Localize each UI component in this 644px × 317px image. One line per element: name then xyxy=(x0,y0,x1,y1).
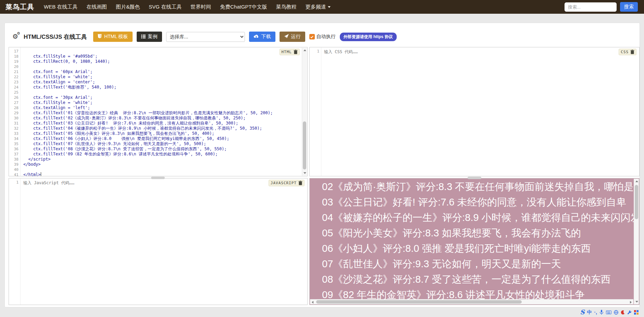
scrollbar-thumb[interactable] xyxy=(316,300,522,304)
code-line: ctx.font = '30px Arial'; xyxy=(23,95,301,100)
page-title: HTML/CSS/JS 在线工具 xyxy=(24,33,87,41)
scroll-down-arrow[interactable] xyxy=(302,171,307,176)
html-editor-pane[interactable]: HTML 17181920212223242526272829303132333… xyxy=(9,47,308,176)
html-code[interactable]: ctx.fillStyle = '#a095bd'; ctx.fillRect(… xyxy=(23,49,301,176)
code-line: ctx.fillText('01《穿普拉达的女王》经典 评分:8.2\n 一部职… xyxy=(23,110,301,116)
nav-item-0[interactable]: WEB 在线工具 xyxy=(44,4,77,10)
nav-search: 搜索 xyxy=(565,2,638,12)
nav-item-7[interactable]: 更多频道 xyxy=(306,4,331,10)
wrench-icon[interactable] xyxy=(627,310,632,315)
run-button[interactable]: 运行 xyxy=(280,32,305,42)
ime-language-toggle[interactable]: 中 xyxy=(587,309,592,316)
list-icon xyxy=(141,34,146,39)
toolbar: ⚙⚙ HTML/CSS/JS 在线工具 HTML 模板 案例 选择库... 下载 xyxy=(13,31,397,42)
nav-item-2[interactable]: 图片&颜色 xyxy=(116,4,140,10)
nav-item-3[interactable]: SVG 在线工具 xyxy=(149,4,182,10)
ime-punctuation-toggle[interactable]: ·, xyxy=(594,309,597,316)
caret-down-icon xyxy=(328,6,331,8)
globe-icon[interactable] xyxy=(614,310,618,315)
ime-bar: S 中 ·, xyxy=(580,308,639,316)
https-protocol-badge: 外部资源请使用 https 协议 xyxy=(340,33,397,41)
trash-icon[interactable] xyxy=(294,50,298,54)
preview-text-line: 09《82 年生的金智英》评分:8.6 讲述平凡女性的处境和斗争 xyxy=(310,287,634,299)
preview-horizontal-scrollbar[interactable] xyxy=(310,299,633,304)
preview-vertical-scrollbar[interactable] xyxy=(634,179,639,304)
search-button[interactable]: 搜索 xyxy=(620,2,638,12)
code-line: ctx.fillText('03《公主日记》好看! 评分:7.6\n 未经你的同… xyxy=(23,121,301,126)
nav-item-5[interactable]: 免费ChatGPT中文版 xyxy=(220,4,267,10)
code-line: ctx.fillRect(0, 0, 1080, 1440); xyxy=(23,59,301,64)
grid-menu-icon[interactable] xyxy=(634,310,639,315)
moon-icon[interactable] xyxy=(621,310,625,315)
css-pane-chip: CSS xyxy=(619,49,636,55)
preview-text-line: 03《公主日记》好看! 评分:7.6 未经你的同意，没有人能让你感到自卑 xyxy=(310,195,634,210)
code-line: </html> xyxy=(23,172,301,176)
splitter-handle[interactable] xyxy=(468,177,481,179)
microphone-icon[interactable] xyxy=(599,310,604,315)
css-editor-pane[interactable]: CSS 1 输入 CSS 代码…… xyxy=(309,47,640,176)
scroll-up-arrow[interactable] xyxy=(634,179,639,184)
code-line: ctx.fillText('08《沙漠之花》评分:8.7\n 受了这些苦，一定是… xyxy=(23,146,301,152)
scroll-down-arrow[interactable] xyxy=(634,299,639,304)
site-logo[interactable]: 菜鸟工具 xyxy=(5,2,34,12)
top-navbar: 菜鸟工具 WEB 在线工具在线画图图片&颜色SVG 在线工具世界时间免费Chat… xyxy=(0,0,644,14)
code-line: ctx.font = '60px Arial'; xyxy=(23,69,301,74)
scrollbar-thumb[interactable] xyxy=(635,185,638,219)
css-placeholder: 输入 CSS 代码…… xyxy=(324,49,358,55)
code-line: ctx.fillText('05《阳光小美女》评分:8.3\n 如果我想要飞，我… xyxy=(23,131,301,136)
css-line-number: 1 xyxy=(310,49,319,54)
search-input[interactable] xyxy=(565,2,617,12)
html-template-button[interactable]: HTML 模板 xyxy=(93,32,132,42)
editor-panel: ⚙⚙ HTML/CSS/JS 在线工具 HTML 模板 案例 选择库... 下载 xyxy=(4,23,640,307)
sogou-logo-icon[interactable]: S xyxy=(580,309,584,316)
html-line-numbers: 1718192021222324252627282930313233343536… xyxy=(9,47,21,176)
examples-button[interactable]: 案例 xyxy=(137,32,162,42)
splitter-handle[interactable] xyxy=(151,177,165,179)
css-pane-label: CSS xyxy=(621,50,629,54)
cloud-download-icon xyxy=(253,34,259,39)
code-line: ctx.fillText('09《82 年生的金智英》评分:8.6\n 讲述平凡… xyxy=(23,152,301,157)
trash-icon[interactable] xyxy=(630,50,634,54)
nav-item-6[interactable]: 菜鸟教程 xyxy=(276,4,297,10)
preview-text-line: 08《沙漠之花》评分:8.7 受了这些苦，一定是为了什么值得的东西 xyxy=(310,272,634,287)
code-line: ctx.textAlign = 'left'; xyxy=(23,105,301,110)
code-line: ctx.fillStyle = 'white'; xyxy=(23,74,301,80)
html5-shield-icon xyxy=(98,34,102,39)
auto-run-checkbox[interactable] xyxy=(309,34,315,39)
code-line: ctx.fillText('电影推荐', 540, 100); xyxy=(23,85,301,90)
scroll-up-arrow[interactable] xyxy=(302,48,307,53)
tool-title: ⚙⚙ HTML/CSS/JS 在线工具 xyxy=(13,33,87,41)
html-pane-label: HTML xyxy=(282,50,292,54)
auto-run-group: 自动执行 xyxy=(309,34,336,40)
trash-icon[interactable] xyxy=(298,181,302,185)
js-placeholder: 输入 JavaScript 代码…… xyxy=(23,180,74,186)
code-line: ctx.fillText('07《乱世佳人》评分:9.3\n 无论如何，明天又是… xyxy=(23,141,301,146)
code-line: </body> xyxy=(23,162,301,167)
keyboard-icon[interactable] xyxy=(606,310,611,314)
js-line-number: 1 xyxy=(9,180,18,185)
code-line: ctx.fillStyle = 'white'; xyxy=(23,100,301,105)
preview-canvas: 02《成为简·奥斯汀》评分:8.3 不要在任何事物面前迷失掉自我，哪怕是教条03… xyxy=(310,178,634,299)
scroll-left-arrow[interactable] xyxy=(310,300,315,305)
preview-pane: 02《成为简·奥斯汀》评分:8.3 不要在任何事物面前迷失掉自我，哪怕是教条03… xyxy=(309,178,640,305)
preview-text-line: 06《小妇人》评分:8.0 强推 爱是我们死亡时唯yi能带走的东西 xyxy=(310,241,634,256)
preview-text-line: 05《阳光小美女》评分:8.3 如果我想要飞，我会有办法飞的 xyxy=(310,225,634,241)
scrollbar-thumb[interactable] xyxy=(303,121,306,169)
scroll-right-arrow[interactable] xyxy=(628,300,633,305)
code-line: ctx.fillStyle = '#a095bd'; xyxy=(23,54,301,59)
code-line: ctx.fillText('04《被嫌弃的松子的一生》评分:8.9\n 小时候，… xyxy=(23,126,301,131)
js-editor-pane[interactable]: JAVASCRIPT 1 输入 JavaScript 代码…… xyxy=(9,178,308,305)
preview-text-line: 04《被嫌弃的松子的一生》评分:8.9 小时候，谁都觉得自己的未来闪闪发光，不是… xyxy=(310,210,634,225)
code-line: ctx.fillText('06《小妇人》评分:8.0 强推\n 爱是我们死亡时… xyxy=(23,136,301,141)
auto-run-label: 自动执行 xyxy=(317,34,336,40)
nav-item-4[interactable]: 世界时间 xyxy=(190,4,211,10)
download-button[interactable]: 下载 xyxy=(249,32,275,42)
nav-item-1[interactable]: 在线画图 xyxy=(86,4,107,10)
html-pane-chip: HTML xyxy=(280,49,300,55)
code-line: </script> xyxy=(23,157,301,162)
library-select[interactable]: 选择库... xyxy=(166,32,245,42)
html-editor-scrollbar[interactable] xyxy=(302,48,307,176)
js-pane-chip: JAVASCRIPT xyxy=(269,180,305,186)
preview-text-line: 07《乱世佳人》评分:9.3 无论如何，明天又是新的一天 xyxy=(310,256,634,272)
gear-icon: ⚙⚙ xyxy=(13,33,21,41)
